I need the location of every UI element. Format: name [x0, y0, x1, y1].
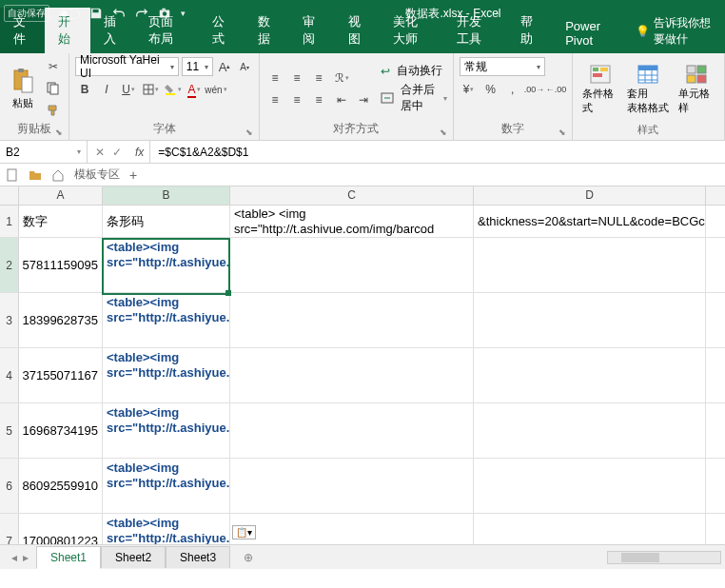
- format-painter-icon[interactable]: [44, 101, 63, 120]
- nav-folder-icon[interactable]: [29, 168, 42, 182]
- cell[interactable]: 数字: [19, 206, 103, 237]
- col-header-c[interactable]: C: [230, 186, 474, 205]
- row-header[interactable]: 3: [0, 293, 19, 347]
- cell[interactable]: [474, 293, 706, 347]
- nav-templates[interactable]: 模板专区: [74, 167, 120, 183]
- cell[interactable]: 17000801223: [19, 514, 103, 544]
- row-header[interactable]: 1: [0, 206, 19, 237]
- row-header[interactable]: 7: [0, 514, 19, 544]
- tab-developer[interactable]: 开发工具: [443, 8, 507, 53]
- italic-icon[interactable]: I: [97, 80, 116, 99]
- col-header-a[interactable]: A: [19, 186, 103, 205]
- conditional-format-button[interactable]: 条件格式: [578, 57, 622, 122]
- align-bottom-icon[interactable]: ≡: [309, 69, 328, 88]
- sheet-tab-1[interactable]: Sheet1: [36, 546, 101, 569]
- indent-increase-icon[interactable]: ⇥: [354, 90, 373, 109]
- row-header[interactable]: 6: [0, 459, 19, 513]
- row-header[interactable]: 5: [0, 403, 19, 458]
- autosave-toggle[interactable]: 自动保存: [4, 5, 49, 22]
- row-header[interactable]: 4: [0, 348, 19, 402]
- cell[interactable]: [474, 238, 706, 292]
- cell[interactable]: 37155071167: [19, 348, 103, 402]
- sheet-tab-3[interactable]: Sheet3: [166, 546, 230, 568]
- comma-icon[interactable]: ,: [503, 80, 522, 99]
- fx-icon[interactable]: fx: [129, 141, 150, 163]
- cell[interactable]: 条形码: [103, 206, 230, 237]
- select-all-corner[interactable]: [0, 186, 19, 205]
- underline-icon[interactable]: U: [119, 80, 138, 99]
- cell[interactable]: <table><img src="http://t.ashiyue.com/im…: [103, 459, 230, 513]
- cell[interactable]: <table> <img src="http://t.ashivue.com/i…: [230, 206, 474, 237]
- align-left-icon[interactable]: ≡: [265, 90, 284, 109]
- cell[interactable]: <table><img src="http://t.ashiyue.com/im…: [103, 348, 230, 402]
- cell[interactable]: [230, 348, 474, 402]
- cell[interactable]: 18399628735: [19, 293, 103, 347]
- cell[interactable]: [474, 348, 706, 402]
- align-center-icon[interactable]: ≡: [287, 90, 306, 109]
- cell[interactable]: [230, 293, 474, 347]
- align-middle-icon[interactable]: ≡: [287, 69, 306, 88]
- cancel-formula-icon[interactable]: ✕: [95, 146, 105, 159]
- cell[interactable]: [230, 238, 474, 292]
- cell[interactable]: &thickness=20&start=NULL&code=BCGcode128…: [474, 206, 706, 237]
- paste-options-icon[interactable]: 📋▾: [232, 525, 256, 539]
- spreadsheet-grid[interactable]: A B C D 1 数字 条形码 <table> <img src="http:…: [0, 186, 725, 544]
- launcher-icon[interactable]: ⬊: [558, 127, 566, 137]
- autosave-switch[interactable]: [59, 9, 80, 19]
- cell[interactable]: <table><img src="http://t.ashiyue.com/im…: [103, 293, 230, 347]
- orientation-icon[interactable]: ℛ: [332, 69, 351, 88]
- nav-add-icon[interactable]: +: [129, 167, 137, 183]
- sheet-add-button[interactable]: ⊕: [230, 547, 266, 568]
- font-color-icon[interactable]: A: [185, 80, 204, 99]
- tab-data[interactable]: 数据: [245, 8, 289, 53]
- tab-review[interactable]: 审阅: [289, 8, 334, 53]
- decrease-decimal-icon[interactable]: ←.00: [547, 80, 566, 99]
- name-box[interactable]: B2▾: [0, 141, 88, 163]
- cell[interactable]: 57811159095: [19, 238, 103, 292]
- phonetic-icon[interactable]: wén: [206, 80, 225, 99]
- col-header-d[interactable]: D: [474, 186, 706, 205]
- formula-bar[interactable]: =$C$1&A2&$D$1: [150, 146, 725, 159]
- row-header[interactable]: 2: [0, 238, 19, 292]
- col-header-b[interactable]: B: [103, 186, 230, 205]
- copy-icon[interactable]: [44, 79, 63, 98]
- tab-formulas[interactable]: 公式: [199, 8, 244, 53]
- qat-more-icon[interactable]: ▾: [181, 9, 186, 18]
- cell[interactable]: [474, 459, 706, 513]
- nav-home-icon[interactable]: [51, 168, 65, 182]
- percent-icon[interactable]: %: [481, 80, 500, 99]
- tab-beauty[interactable]: 美化大师: [380, 8, 443, 53]
- cell[interactable]: [230, 459, 474, 513]
- undo-icon[interactable]: [112, 7, 126, 20]
- launcher-icon[interactable]: ⬊: [55, 127, 63, 137]
- align-top-icon[interactable]: ≡: [265, 69, 284, 88]
- bold-icon[interactable]: B: [75, 80, 94, 99]
- tell-me[interactable]: 💡告诉我你想要做什: [628, 10, 725, 53]
- sheet-tab-2[interactable]: Sheet2: [101, 546, 166, 568]
- sheet-nav-next-icon[interactable]: ▸: [23, 551, 29, 564]
- merge-center-button[interactable]: 合并后居中▾: [381, 82, 447, 114]
- paste-button[interactable]: 粘贴: [6, 57, 40, 120]
- cut-icon[interactable]: ✂: [44, 57, 63, 76]
- cell[interactable]: <table><img src="http://t.ashiyue.com/im…: [103, 514, 230, 544]
- cell[interactable]: [474, 403, 706, 458]
- cell[interactable]: <table><img src="http://t.ashiyue.com/im…: [103, 403, 230, 458]
- cell-styles-button[interactable]: 单元格样: [675, 57, 718, 122]
- grow-font-icon[interactable]: A▴: [216, 57, 233, 76]
- font-size-combo[interactable]: 11▾: [182, 57, 213, 76]
- tab-help[interactable]: 帮助: [507, 8, 552, 53]
- shrink-font-icon[interactable]: A▾: [236, 57, 253, 76]
- cell[interactable]: [230, 514, 474, 544]
- save-icon[interactable]: [89, 7, 103, 20]
- fill-handle-icon[interactable]: [225, 290, 231, 296]
- camera-icon[interactable]: [158, 7, 171, 20]
- sheet-nav-prev-icon[interactable]: ◂: [11, 551, 17, 564]
- align-right-icon[interactable]: ≡: [309, 90, 328, 109]
- enter-formula-icon[interactable]: ✓: [112, 146, 122, 159]
- cell[interactable]: [230, 403, 474, 458]
- cell[interactable]: [474, 514, 706, 544]
- nav-new-icon[interactable]: [6, 168, 19, 182]
- tab-powerpivot[interactable]: Power Pivot: [552, 13, 628, 53]
- launcher-icon[interactable]: ⬊: [440, 127, 447, 137]
- cell[interactable]: 86092559910: [19, 459, 103, 513]
